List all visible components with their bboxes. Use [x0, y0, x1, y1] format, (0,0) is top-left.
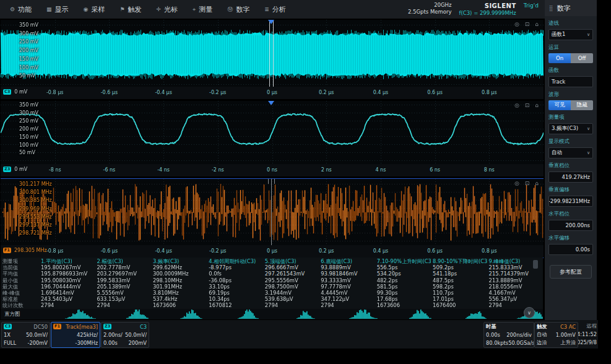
- display-mode-select[interactable]: 自动 ∨: [548, 147, 593, 158]
- menu-item-7[interactable]: Ⓜ数字: [227, 5, 249, 14]
- menu-item-3[interactable]: ◉采样: [84, 5, 105, 14]
- track-waveform-plot[interactable]: [1, 179, 544, 245]
- expand-icon[interactable]: ⊡: [525, 21, 530, 27]
- y-axis-label: 200 mV: [19, 48, 38, 53]
- channel-marker-icon[interactable]: C3: [3, 89, 11, 95]
- y-axis-label: 300.385 MHz: [19, 197, 52, 203]
- hoffset-value: 0.00s: [576, 246, 590, 253]
- menu-item-6[interactable]: ⌖测量: [193, 5, 212, 14]
- zoom-trigger-marker[interactable]: [268, 101, 274, 105]
- z3-badge: Z3: [103, 324, 111, 329]
- zoom-marker-icon[interactable]: Z3: [3, 167, 11, 172]
- vscale-label: 垂直档位: [548, 162, 593, 170]
- trigger-position-marker[interactable]: [268, 20, 274, 24]
- clock-date: 2025/9/8: [578, 338, 597, 346]
- table-value-cell: 296.6667mV: [263, 264, 319, 271]
- operation-toggle[interactable]: On Off: [548, 53, 593, 63]
- voffset-field[interactable]: -299.98231MHz: [548, 196, 593, 207]
- acquire-icon: ◉: [84, 6, 89, 12]
- table-value-cell: -36.08ps: [207, 277, 262, 284]
- x-axis-label: 0.2 µs: [319, 90, 334, 95]
- y-axis-label: 298.721 MHz: [19, 230, 52, 236]
- table-value-cell: 3.810MHz: [151, 290, 207, 296]
- zoom-z3-box[interactable]: Z3C3 2.00ns/50.0mV/ 0.00s200mV: [101, 322, 149, 348]
- y-axis-label: 250 mV: [19, 118, 38, 124]
- channel-c3-box[interactable]: C3DC50 1X50.0mV/ FULL-200mV: [1, 322, 50, 348]
- panel3-x-axis: F1 298.305 MHz -0.8 µs-0.6 µs-0.4 µs-0.2…: [1, 245, 544, 258]
- function-marker-icon[interactable]: F1: [3, 248, 11, 253]
- waveform-visible[interactable]: 可见: [548, 100, 571, 110]
- operation-off[interactable]: Off: [571, 53, 593, 63]
- table-value-cell: 199.5833mV: [95, 277, 150, 284]
- home-icon[interactable]: ⌂: [535, 21, 539, 27]
- expand-icon[interactable]: ⊡: [525, 102, 530, 108]
- table-value-cell: 534.20ps: [375, 271, 431, 277]
- camera-icon[interactable]: ◎: [514, 180, 519, 186]
- z3-hscale: 2.00ns/: [103, 332, 123, 338]
- table-value-cell: 195.87986933mV: [39, 271, 95, 277]
- expand-icon[interactable]: ⊡: [525, 180, 530, 186]
- x-axis-label: 2 ns: [321, 167, 332, 173]
- trace-select[interactable]: 函数1 ∨: [548, 29, 593, 40]
- table-value-cell: 2794: [487, 302, 543, 308]
- camera-icon[interactable]: ◎: [514, 21, 519, 27]
- table-scrollbar[interactable]: [533, 260, 538, 269]
- trace-label: 迹线: [548, 20, 593, 27]
- measurement-table: 测量项1.平均值(C3)2.幅值(C3)3.频率(C3)4.相邻周期抖动(C3)…: [1, 258, 543, 310]
- measure-item-select[interactable]: 3.频率(C3) ∨: [548, 123, 593, 134]
- vscale-field[interactable]: 419.27kHz: [548, 171, 593, 183]
- menu-item-2[interactable]: ▦显示: [46, 5, 69, 14]
- table-value-cell: 487.5ps: [431, 277, 487, 284]
- measure-item-label: 测量项: [548, 114, 593, 121]
- menu-item-4[interactable]: ⚑触发: [119, 5, 141, 14]
- table-value-cell: 97.7778mV: [319, 284, 375, 290]
- x-axis-label: 4 ns: [375, 167, 386, 173]
- y-axis-label: 299.969 MHz: [19, 206, 52, 212]
- table-value-cell: 1673606: [151, 302, 207, 308]
- operation-on[interactable]: On: [548, 53, 571, 63]
- x-axis-label: 0 µs: [267, 248, 277, 254]
- camera-icon[interactable]: ◎: [514, 102, 519, 108]
- panel2-axis-left: Z3 0 mV: [3, 167, 27, 172]
- trigger-mode: 自动: [537, 331, 547, 338]
- menu-item-8[interactable]: ≣分析: [264, 5, 286, 14]
- trigger-freq-readout: f(C3) = 299.9999MHz: [459, 10, 516, 17]
- waveform-hidden[interactable]: 隐藏: [571, 100, 593, 110]
- bandwidth-readout: 20GHz: [408, 2, 452, 9]
- c3-scale: 50.0mV/: [26, 332, 48, 338]
- f1-function: Track[mea3]: [66, 324, 98, 330]
- timebase-box[interactable]: 时基 0.00s200ns/div 80.0kpts50.0GSa/s: [483, 322, 534, 348]
- drag-handle-icon[interactable]: ⣿: [549, 5, 553, 11]
- measure-item-value: 3.频率(C3): [552, 125, 578, 132]
- waveform-toggle[interactable]: 可见 隐藏: [548, 100, 593, 110]
- menu-item-5[interactable]: ✛光标: [157, 5, 178, 14]
- hscale-field[interactable]: 200.00ns: [548, 220, 593, 231]
- menu-item-1[interactable]: ⚙功能: [10, 5, 32, 14]
- y-axis-label: 50 mV: [19, 73, 35, 79]
- trigger-slope: 上升沿: [560, 339, 576, 346]
- y-axis-label: 300 mV: [19, 31, 38, 37]
- menu-item-label: 采样: [91, 5, 105, 14]
- trigger-box[interactable]: 触发C3 AC 自动1.00mV 边沿上升沿: [534, 322, 578, 348]
- table-header-cell: 2.幅值(C3): [95, 258, 150, 264]
- table-value-cell: 4.4445mV: [319, 290, 375, 296]
- digital-icon: Ⓜ: [227, 6, 233, 14]
- table-value-cell: 205.1389mV: [95, 284, 150, 290]
- zoom-waveform-plot[interactable]: [1, 101, 544, 164]
- main-waveform-plot[interactable]: [1, 20, 544, 87]
- home-icon[interactable]: ⌂: [535, 180, 539, 186]
- sidebar-header[interactable]: ⣿ 数字: [545, 0, 597, 16]
- y-axis-label: 299.137 MHz: [19, 222, 52, 228]
- function-value-text: Track: [552, 79, 565, 85]
- timebase-scale: 200ns/div: [506, 332, 532, 338]
- reference-config-button[interactable]: 参考配置: [550, 265, 592, 279]
- y-axis-label: 200 mV: [19, 126, 38, 132]
- function-f1-box[interactable]: F1Track[mea3] 425kHz/ -300MHz: [51, 322, 100, 348]
- function-value[interactable]: Track: [548, 76, 593, 87]
- c3-offset: -200mV: [27, 340, 48, 346]
- home-icon[interactable]: ⌂: [535, 102, 539, 108]
- table-row-label: 最小值: [1, 277, 39, 284]
- scroll-down-button[interactable]: ∨: [524, 307, 535, 318]
- display-mode-value: 自动: [552, 149, 562, 157]
- hoffset-field[interactable]: 0.00s: [548, 244, 593, 255]
